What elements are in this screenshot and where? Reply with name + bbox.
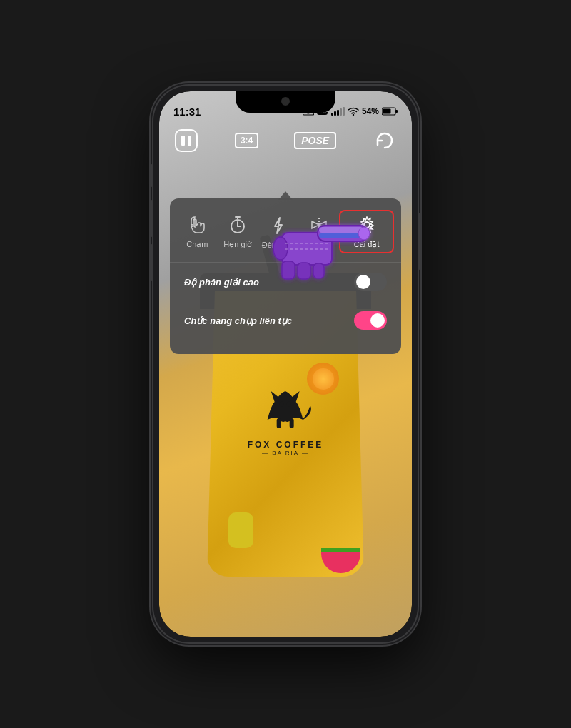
touch-icon [186,214,208,236]
toggle-row-continuous: Chức năng chụp liên tục [170,301,401,340]
toggle-row-resolution: Độ phân giải cao [170,263,401,301]
menu-item-settings[interactable]: Cài đặt [339,210,394,253]
fox-sub-brand: — BA RIA — [248,450,324,456]
menu-item-cham[interactable]: Chạm [177,214,218,249]
toggle-thumb-continuous [370,313,385,328]
signal-bars [331,107,345,116]
settings-dropdown: Chạm Hẹn giờ [170,198,401,354]
menu-label-guong: Gương [306,240,331,249]
svg-rect-12 [383,109,391,114]
camera-background: FOX COFFEE — BA RIA — [159,91,412,637]
settings-icon [356,214,378,236]
volume-up-button[interactable] [151,200,153,237]
menu-item-hen-gio[interactable]: Hẹn giờ [218,214,258,249]
front-camera [281,97,290,106]
flip-camera-icon[interactable] [372,128,398,153]
svg-point-1 [287,401,291,407]
notch [236,91,335,113]
menu-items-row: Chạm Hẹn giờ [170,210,401,263]
phone-frame: FOX COFFEE — BA RIA — 11:31 [153,86,418,642]
status-time: 11:31 [173,106,201,118]
power-button[interactable] [418,213,420,270]
mute-button[interactable] [151,164,153,187]
toggle-resolution[interactable] [354,273,387,291]
flash-icon [268,215,289,236]
toggle-thumb-resolution [356,275,370,289]
phone-screen: FOX COFFEE — BA RIA — 11:31 [159,91,412,637]
fruit-watermelon [321,548,360,573]
svg-rect-11 [395,110,398,113]
timer-icon [227,214,248,236]
menu-item-guong[interactable]: Gương [298,214,339,249]
pose-button[interactable]: POSE [294,132,336,149]
svg-rect-13 [176,130,197,151]
svg-point-9 [353,114,354,116]
svg-rect-14 [181,136,185,146]
svg-point-0 [280,401,284,407]
menu-label-settings: Cài đặt [354,240,380,249]
toggle-label-continuous: Chức năng chụp liên tục [184,315,292,326]
top-toolbar: 3:4 POSE [159,123,412,158]
menu-label-flash: Đèn flash [262,241,295,249]
toggle-label-resolution: Độ phân giải cao [184,277,259,288]
svg-point-22 [364,222,370,228]
fox-logo: FOX COFFEE — BA RIA — [248,377,324,456]
ratio-button[interactable]: 3:4 [235,133,258,148]
menu-label-hen-gio: Hẹn giờ [223,240,252,249]
svg-rect-2 [277,418,281,428]
menu-arrow [278,191,293,200]
battery-icon [382,107,398,116]
toggle-continuous[interactable] [354,311,387,330]
wifi-icon [348,107,359,116]
record-icon[interactable] [173,128,199,153]
svg-rect-3 [290,418,294,428]
menu-item-flash[interactable]: Đèn flash [258,215,299,249]
svg-rect-15 [188,136,191,146]
battery-percentage: 54% [362,106,379,116]
mirror-icon [308,214,330,236]
volume-down-button[interactable] [151,244,153,281]
fox-brand: FOX COFFEE [248,440,324,450]
fruit-pineapple [228,512,253,548]
screen-content: FOX COFFEE — BA RIA — 11:31 [159,91,412,637]
menu-label-cham: Chạm [186,240,208,249]
